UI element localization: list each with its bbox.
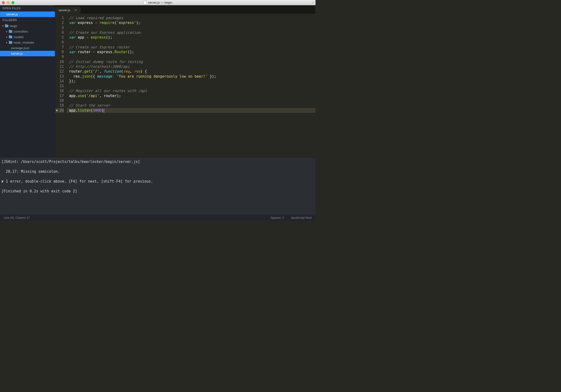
close-window-button[interactable] bbox=[2, 1, 5, 4]
code-line[interactable]: router.get('/', function(req, res) { bbox=[67, 69, 315, 74]
code-line[interactable]: res.json({ message: 'You are running dan… bbox=[67, 74, 315, 79]
gutter: 1234567891011121314151617181920 bbox=[55, 16, 67, 157]
minimize-window-button[interactable] bbox=[7, 1, 10, 4]
line-number: 11 bbox=[55, 64, 64, 69]
main-area: OPEN FILES server.js FOLDERS begin contr… bbox=[0, 5, 315, 157]
folder-icon bbox=[5, 25, 8, 27]
folder-root-label: begin bbox=[10, 24, 18, 28]
code-line[interactable] bbox=[67, 40, 315, 44]
file-item-package-json[interactable]: package.json bbox=[0, 45, 55, 51]
file-item-server-js[interactable]: server.js bbox=[0, 51, 55, 56]
open-file-label: server.js bbox=[6, 12, 18, 16]
code-line[interactable] bbox=[67, 98, 315, 103]
open-files-header: OPEN FILES bbox=[0, 5, 55, 11]
line-number: 17 bbox=[55, 94, 64, 98]
code-line[interactable]: // Load required packages bbox=[67, 16, 315, 20]
folder-label: controllers bbox=[14, 30, 28, 33]
line-number: 19 bbox=[55, 103, 64, 108]
zoom-window-button[interactable] bbox=[11, 1, 14, 4]
window-title: server.js — begin bbox=[148, 1, 172, 4]
code-line[interactable]: // Create our Express application bbox=[67, 30, 315, 35]
line-number: 3 bbox=[55, 25, 64, 30]
code-line[interactable] bbox=[67, 54, 315, 59]
open-file-item[interactable]: server.js bbox=[0, 11, 55, 17]
line-number: 8 bbox=[55, 50, 64, 54]
line-number: 10 bbox=[55, 59, 64, 64]
statusbar: Line 20, Column 17 Spaces: 2 JavaScript … bbox=[0, 215, 315, 221]
folders-header: FOLDERS bbox=[0, 17, 55, 23]
line-number: 9 bbox=[55, 54, 64, 59]
tab-bar: server.js ✕ bbox=[55, 5, 315, 14]
line-number: 1 bbox=[55, 16, 64, 20]
traffic-lights bbox=[2, 1, 14, 4]
folder-icon bbox=[9, 36, 12, 38]
code-line[interactable]: var express = require('express'); bbox=[67, 20, 315, 25]
document-icon bbox=[143, 1, 147, 4]
disclosure-triangle-icon[interactable] bbox=[6, 31, 7, 32]
code-line[interactable]: app.listen(3000) bbox=[67, 108, 315, 113]
code-line[interactable]: app.use('/api', router); bbox=[67, 94, 315, 98]
syntax-setting[interactable]: JavaScript Next bbox=[291, 216, 312, 220]
line-number: 7 bbox=[55, 45, 64, 50]
code-line[interactable]: // Register all our routes with /api bbox=[67, 88, 315, 93]
line-number: 4 bbox=[55, 30, 64, 35]
code-line[interactable]: var app = express(); bbox=[67, 35, 315, 40]
tab-server-js[interactable]: server.js ✕ bbox=[55, 6, 81, 14]
disclosure-triangle-icon[interactable] bbox=[2, 25, 4, 27]
folder-item-node-modules[interactable]: node_modules bbox=[0, 40, 55, 45]
line-number: 18 bbox=[55, 98, 64, 103]
line-number: 14 bbox=[55, 79, 64, 84]
disclosure-triangle-icon[interactable] bbox=[6, 42, 7, 44]
tab-label: server.js bbox=[58, 8, 70, 12]
file-label: server.js bbox=[11, 52, 22, 55]
code-content[interactable]: // Load required packagesvar express = r… bbox=[67, 16, 315, 157]
line-number: 20 bbox=[55, 108, 64, 113]
indentation-setting[interactable]: Spaces: 2 bbox=[271, 216, 284, 220]
folder-item-controllers[interactable]: controllers bbox=[0, 29, 55, 34]
folder-root[interactable]: begin bbox=[0, 23, 55, 29]
disclosure-triangle-icon[interactable] bbox=[6, 36, 7, 38]
folder-icon bbox=[9, 30, 12, 33]
close-tab-icon[interactable]: ✕ bbox=[74, 8, 77, 12]
code-line[interactable] bbox=[67, 25, 315, 30]
code-line[interactable]: // Initial dummy route for testing bbox=[67, 59, 315, 64]
code-line[interactable]: // Start the server bbox=[67, 103, 315, 108]
line-number: 12 bbox=[55, 69, 64, 74]
code-line[interactable] bbox=[67, 84, 315, 88]
line-number: 6 bbox=[55, 40, 64, 44]
build-output-panel[interactable]: [JSHint: /Users/scott/Projects/talks/bee… bbox=[0, 157, 315, 215]
editor-area: server.js ✕ 1234567891011121314151617181… bbox=[55, 5, 315, 157]
sidebar: OPEN FILES server.js FOLDERS begin contr… bbox=[0, 5, 55, 157]
code-line[interactable]: var router = express.Router(); bbox=[67, 50, 315, 54]
cursor-position[interactable]: Line 20, Column 17 bbox=[4, 216, 30, 220]
folder-item-models[interactable]: models bbox=[0, 34, 55, 40]
line-number: 5 bbox=[55, 35, 64, 40]
code-line[interactable]: // http://localhost:3000/api bbox=[67, 64, 315, 69]
code-line[interactable]: }); bbox=[67, 79, 315, 84]
window-title-wrap: server.js — begin bbox=[143, 1, 172, 4]
folder-icon bbox=[9, 41, 12, 44]
line-number: 13 bbox=[55, 74, 64, 79]
code-line[interactable]: // Create our Express router bbox=[67, 45, 315, 50]
folder-label: node_modules bbox=[14, 41, 34, 44]
line-number: 16 bbox=[55, 88, 64, 93]
file-label: package.json bbox=[11, 46, 30, 50]
code-editor[interactable]: 1234567891011121314151617181920 // Load … bbox=[55, 14, 315, 157]
line-number: 2 bbox=[55, 20, 64, 25]
expand-icon[interactable]: ⤢ bbox=[312, 1, 314, 4]
folder-label: models bbox=[14, 35, 24, 39]
line-number: 15 bbox=[55, 84, 64, 88]
text-cursor-icon bbox=[104, 109, 104, 113]
titlebar: server.js — begin ⤢ bbox=[0, 0, 315, 5]
